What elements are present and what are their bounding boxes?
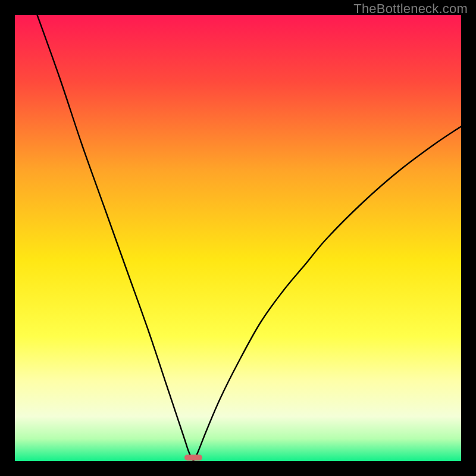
chart-frame: TheBottleneck.com: [0, 0, 476, 476]
minimum-bar: [184, 455, 202, 461]
plot-area: [15, 15, 461, 461]
minimum-marker: [184, 455, 202, 461]
plot-svg: [15, 15, 461, 461]
gradient-background: [15, 15, 461, 461]
